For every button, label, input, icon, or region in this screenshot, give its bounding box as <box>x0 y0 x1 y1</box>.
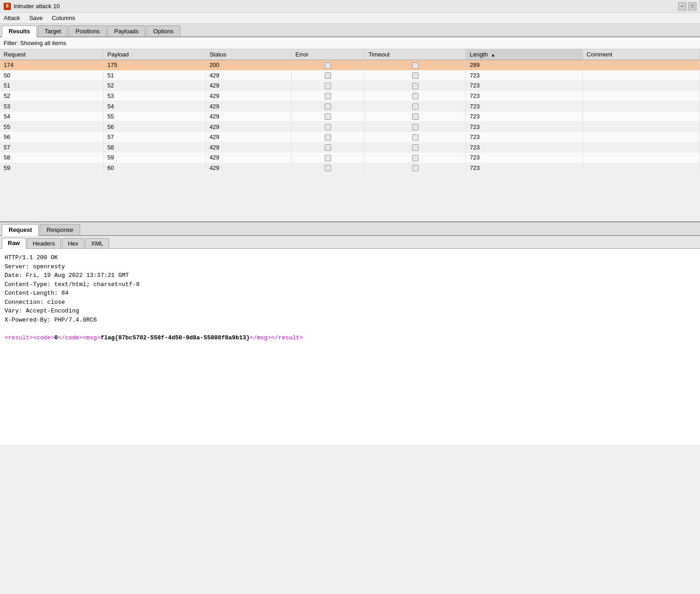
cell-length: 723 <box>466 132 583 142</box>
response-line-2: Server: openresty <box>5 262 695 271</box>
filter-bar: Filter: Showing all items <box>0 37 700 49</box>
table-row[interactable]: 174175200289 <box>0 60 700 71</box>
timeout-checkbox[interactable] <box>412 124 419 130</box>
col-header-request[interactable]: Request <box>0 49 103 60</box>
cell-error <box>291 91 365 101</box>
sub-tab-headers[interactable]: Headers <box>27 238 61 248</box>
timeout-checkbox[interactable] <box>412 103 419 110</box>
timeout-checkbox[interactable] <box>412 72 419 79</box>
col-header-status[interactable]: Status <box>205 49 291 60</box>
xml-flag-value: flag{87bc5782-558f-4d50-9d8a-55808f8a9b1… <box>101 334 250 341</box>
cell-timeout <box>365 122 466 132</box>
menu-columns[interactable]: Columns <box>50 14 77 22</box>
tab-target[interactable]: Target <box>38 26 68 36</box>
table-row[interactable]: 5253429723 <box>0 91 700 101</box>
cell-request: 174 <box>0 60 103 71</box>
xml-close-code: </code> <box>58 334 83 341</box>
cell-payload: 53 <box>103 91 205 101</box>
cell-comment <box>583 122 700 132</box>
cell-request: 50 <box>0 70 103 81</box>
cell-timeout <box>365 70 466 81</box>
cell-request: 55 <box>0 122 103 132</box>
timeout-checkbox[interactable] <box>412 62 419 69</box>
sub-tab-raw[interactable]: Raw <box>2 238 26 249</box>
error-checkbox[interactable] <box>325 144 331 151</box>
minimize-button[interactable]: — <box>678 2 686 10</box>
cell-comment <box>583 101 700 112</box>
table-row[interactable]: 5051429723 <box>0 70 700 81</box>
cell-status: 429 <box>205 142 291 153</box>
error-checkbox[interactable] <box>325 134 331 141</box>
response-line-5: Content-Length: 84 <box>5 289 695 298</box>
error-checkbox[interactable] <box>325 113 331 120</box>
error-checkbox[interactable] <box>325 83 331 89</box>
tab-request[interactable]: Request <box>2 224 39 236</box>
error-checkbox[interactable] <box>325 124 331 130</box>
cell-comment <box>583 91 700 101</box>
table-row[interactable]: 5657429723 <box>0 132 700 142</box>
cell-payload: 55 <box>103 111 205 122</box>
col-header-comment[interactable]: Comment <box>583 49 700 60</box>
tab-response[interactable]: Response <box>40 224 80 235</box>
response-line-blank <box>5 324 695 333</box>
sub-tab-xml[interactable]: XML <box>85 238 109 248</box>
cell-timeout <box>365 132 466 142</box>
error-checkbox[interactable] <box>325 165 331 171</box>
error-checkbox[interactable] <box>325 155 331 161</box>
cell-payload: 54 <box>103 101 205 112</box>
error-checkbox[interactable] <box>325 62 331 69</box>
table-body: 1741752002895051429723515242972352534297… <box>0 60 700 173</box>
table-row[interactable]: 5455429723 <box>0 111 700 122</box>
error-checkbox[interactable] <box>325 72 331 79</box>
cell-status: 429 <box>205 91 291 101</box>
tab-payloads[interactable]: Payloads <box>107 26 145 36</box>
timeout-checkbox[interactable] <box>412 134 419 141</box>
xml-open-result: <result> <box>5 334 33 341</box>
timeout-checkbox[interactable] <box>412 83 419 89</box>
table-row[interactable]: 5960429723 <box>0 163 700 173</box>
error-checkbox[interactable] <box>325 103 331 110</box>
timeout-checkbox[interactable] <box>412 113 419 120</box>
xml-open-code: <code> <box>33 334 54 341</box>
cell-payload: 51 <box>103 70 205 81</box>
menu-save[interactable]: Save <box>27 14 45 22</box>
table-row[interactable]: 5152429723 <box>0 81 700 91</box>
cell-timeout <box>365 142 466 153</box>
menu-attack[interactable]: Attack <box>2 14 22 22</box>
tab-positions[interactable]: Positions <box>69 26 107 36</box>
cell-length: 723 <box>466 81 583 91</box>
cell-status: 429 <box>205 101 291 112</box>
col-header-payload[interactable]: Payload <box>103 49 205 60</box>
timeout-checkbox[interactable] <box>412 144 419 151</box>
col-header-length[interactable]: Length ▲ <box>466 49 583 60</box>
response-line-3: Date: Fri, 19 Aug 2022 13:37:21 GMT <box>5 271 695 280</box>
timeout-checkbox[interactable] <box>412 93 419 99</box>
cell-error <box>291 163 365 173</box>
timeout-checkbox[interactable] <box>412 165 419 171</box>
maximize-button[interactable]: □ <box>688 2 696 10</box>
cell-error <box>291 132 365 142</box>
cell-status: 429 <box>205 122 291 132</box>
cell-comment <box>583 111 700 122</box>
title-bar-left: B Intruder attack 10 <box>4 3 60 10</box>
timeout-checkbox[interactable] <box>412 155 419 161</box>
response-line-4: Content-Type: text/html; charset=utf-8 <box>5 280 695 289</box>
xml-close-result: </result> <box>271 334 303 341</box>
table-header-row: Request Payload Status Error Timeout Len… <box>0 49 700 60</box>
cell-status: 429 <box>205 163 291 173</box>
tab-results[interactable]: Results <box>2 26 37 37</box>
table-row[interactable]: 5859429723 <box>0 153 700 163</box>
col-header-timeout[interactable]: Timeout <box>365 49 466 60</box>
sub-tab-hex[interactable]: Hex <box>62 238 84 248</box>
table-row[interactable]: 5354429723 <box>0 101 700 112</box>
bottom-tabs-bar: Request Response <box>0 222 700 236</box>
response-line-6: Connection: close <box>5 298 695 307</box>
table-row[interactable]: 5556429723 <box>0 122 700 132</box>
table-row[interactable]: 5758429723 <box>0 142 700 153</box>
response-xml-line: <result><code>0</code><msg>flag{87bc5782… <box>5 333 695 343</box>
results-table-container[interactable]: Request Payload Status Error Timeout Len… <box>0 49 700 222</box>
tab-options[interactable]: Options <box>146 26 180 36</box>
cell-error <box>291 81 365 91</box>
error-checkbox[interactable] <box>325 93 331 99</box>
col-header-error[interactable]: Error <box>291 49 365 60</box>
